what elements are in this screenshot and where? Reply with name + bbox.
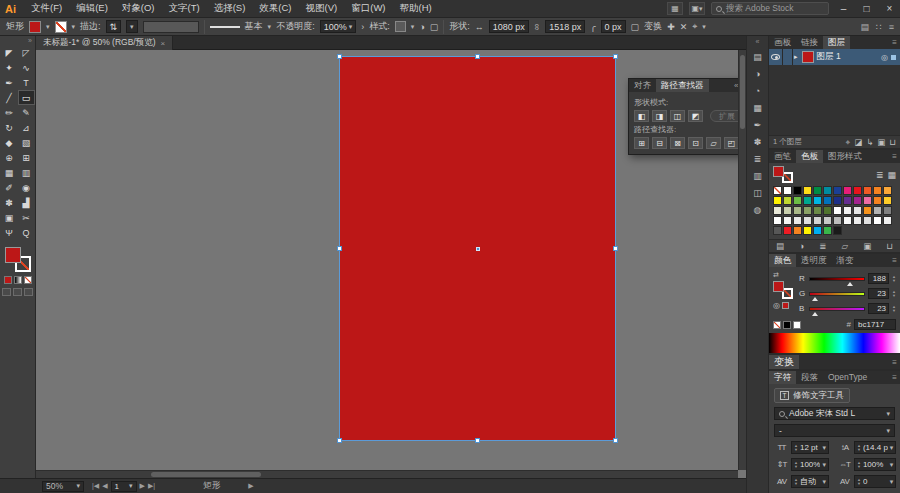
stepper-icon[interactable]: ▲▼ <box>892 275 896 283</box>
horizontal-scale-field-box[interactable]: ▲▼100%▾ <box>854 458 896 471</box>
document-tab[interactable]: 未标题-1* @ 50% (RGB/预览) × <box>36 36 173 50</box>
font-size-field[interactable]: TT▲▼12 pt▾ <box>774 441 829 454</box>
swatch[interactable] <box>853 196 862 205</box>
status-flyout-icon[interactable]: ▶ <box>248 482 253 490</box>
prev-artboard-icon[interactable]: ◀ <box>102 482 107 490</box>
libraries-panel-icon[interactable]: ▤ <box>750 49 766 64</box>
stepper-icon[interactable]: ▲▼ <box>794 444 798 452</box>
width-tool[interactable]: ◆ <box>1 135 18 150</box>
swatch[interactable] <box>793 186 802 195</box>
swatch[interactable] <box>863 196 872 205</box>
swatch[interactable] <box>803 186 812 195</box>
perspective-grid-tool[interactable]: ⊞ <box>18 150 35 165</box>
tab-graphic-styles[interactable]: 图形样式 <box>823 150 867 163</box>
chevron-down-icon[interactable]: ▾ <box>822 444 826 452</box>
canvas[interactable]: 对齐 路径查找器 « ≡ 形状模式: ◧◨◫◩ 扩展 路径查找器: ⊞⊟⊠⊡▱◰ <box>36 50 746 478</box>
vertical-scale-field[interactable]: ⇕T▲▼100%▾ <box>774 458 829 471</box>
zoom-tool[interactable]: Q <box>18 225 35 240</box>
close-button[interactable]: × <box>881 2 898 16</box>
menu-item-5[interactable]: 选择(S) <box>207 2 253 15</box>
horizontal-scrollbar-thumb[interactable] <box>151 472 261 477</box>
chevron-down-icon[interactable]: ▾ <box>890 461 894 469</box>
locate-object-button[interactable]: ⌖ <box>845 137 850 148</box>
expand-panels-icon[interactable]: « <box>756 38 760 48</box>
swap-fill-stroke-icon[interactable]: ⇄ <box>773 271 779 279</box>
selection-handle-w[interactable] <box>337 246 342 251</box>
swatch[interactable] <box>783 226 792 235</box>
selection-handle-s[interactable] <box>475 438 480 443</box>
panel-menu-icon[interactable]: ≡ <box>892 38 897 47</box>
selection-tool[interactable]: ◤ <box>1 45 18 60</box>
swatch[interactable] <box>833 206 842 215</box>
kerning-field[interactable]: A⁄V▲▼自动▾ <box>774 475 829 488</box>
fill-dropdown-icon[interactable]: ▾ <box>46 23 50 31</box>
shape-builder-tool[interactable]: ⊕ <box>1 150 18 165</box>
controlbar-menu-icon[interactable]: ≡ <box>889 22 894 32</box>
gradient-tool[interactable]: ▥ <box>18 165 35 180</box>
grid-view-icon[interactable]: ▦ <box>887 170 896 180</box>
close-document-icon[interactable]: × <box>161 39 166 48</box>
draw-normal-button[interactable] <box>2 288 11 296</box>
selection-handle-se[interactable] <box>613 438 618 443</box>
swatch[interactable] <box>813 196 822 205</box>
gradient-button[interactable] <box>14 276 22 284</box>
shape-height-field[interactable]: 1518 px <box>545 20 585 33</box>
tab-links[interactable]: 链接 <box>796 36 823 49</box>
rotate-tool[interactable]: ↻ <box>1 120 18 135</box>
select-similar-icon[interactable]: ⌖ <box>692 21 697 32</box>
chevron-down-icon[interactable]: ▾ <box>411 23 415 31</box>
selection-handle-sw[interactable] <box>337 438 342 443</box>
menu-item-4[interactable]: 文字(T) <box>162 2 207 15</box>
fill-proxy-swatch[interactable] <box>773 281 784 292</box>
panel-menu-icon[interactable]: ≡ <box>892 152 897 161</box>
swatch[interactable] <box>833 226 842 235</box>
vertical-scrollbar-thumb[interactable] <box>740 55 745 129</box>
swatch[interactable] <box>883 206 892 215</box>
chevron-down-icon[interactable]: ▾ <box>822 478 826 486</box>
swatch[interactable] <box>813 206 822 215</box>
swatch[interactable] <box>833 196 842 205</box>
list-view-icon[interactable]: ≣ <box>876 170 884 180</box>
next-artboard-icon[interactable]: ▶ <box>140 482 145 490</box>
tab-color[interactable]: 颜色 <box>769 254 796 267</box>
align-art-icon[interactable]: ✚ <box>667 22 675 32</box>
draw-inside-button[interactable] <box>24 288 33 296</box>
chevron-down-icon[interactable]: ▾ <box>890 444 894 452</box>
color-guide-panel-icon[interactable]: ◔ <box>750 83 766 98</box>
swatch[interactable] <box>873 216 882 225</box>
chevron-down-icon[interactable]: ▾ <box>702 23 706 31</box>
swatch[interactable] <box>793 196 802 205</box>
swatch[interactable] <box>833 186 842 195</box>
toolbar-collapse-icon[interactable]: » <box>0 36 35 45</box>
selection-handle-ne[interactable] <box>613 54 618 59</box>
swatch[interactable] <box>823 206 832 215</box>
free-transform-tool[interactable]: ▧ <box>18 135 35 150</box>
swatch[interactable] <box>843 186 852 195</box>
minus-back-button[interactable]: ◰ <box>724 137 739 149</box>
swatch[interactable] <box>803 196 812 205</box>
transparency-panel-icon[interactable]: ◫ <box>750 185 766 200</box>
layer-row[interactable]: ▸ 图层 1 ◎ <box>769 49 900 65</box>
swatch[interactable] <box>773 196 782 205</box>
color-button[interactable] <box>4 276 12 284</box>
magic-wand-tool[interactable]: ✦ <box>1 60 18 75</box>
menu-item-7[interactable]: 视图(V) <box>299 2 345 15</box>
panel-menu-icon[interactable]: ≡ <box>892 373 897 382</box>
artboard-nav-dropdown[interactable]: 1 ▾ <box>111 481 137 492</box>
swatch[interactable] <box>833 216 842 225</box>
b-slider[interactable] <box>809 307 865 311</box>
swatch[interactable] <box>783 216 792 225</box>
intersect-button[interactable]: ◫ <box>670 110 685 122</box>
font-style-field[interactable]: - ▾ <box>774 424 895 437</box>
swatch[interactable] <box>843 196 852 205</box>
swatch[interactable] <box>823 226 832 235</box>
swatch-none[interactable] <box>773 186 782 195</box>
tab-transform[interactable]: 变换 <box>769 355 799 369</box>
tab-brushes[interactable]: 画笔 <box>769 150 796 163</box>
mesh-tool[interactable]: ▦ <box>1 165 18 180</box>
swatch[interactable] <box>863 206 872 215</box>
chevron-down-icon[interactable]: ▾ <box>822 461 826 469</box>
swatch[interactable] <box>853 206 862 215</box>
slider-thumb[interactable] <box>847 282 853 286</box>
menu-item-3[interactable]: 对象(O) <box>115 2 162 15</box>
